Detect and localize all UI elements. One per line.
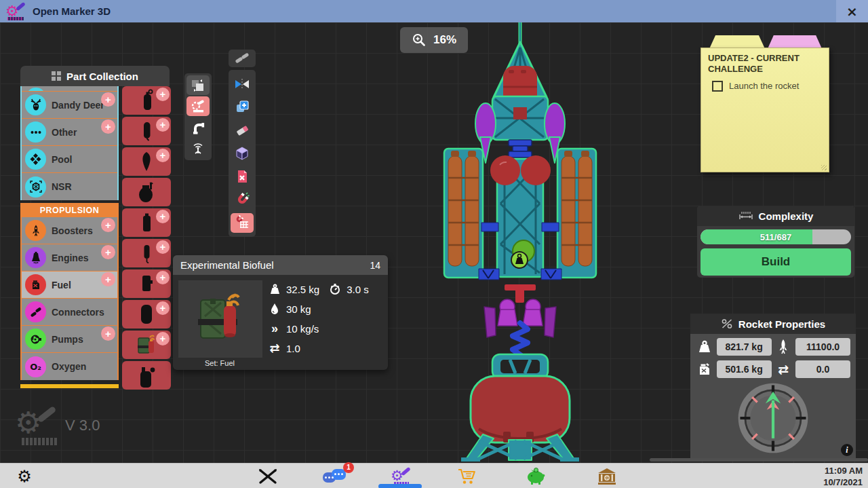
part-card-teardrop-tank[interactable]: +: [122, 147, 171, 176]
part-card-handle-tank[interactable]: [122, 361, 171, 390]
close-icon[interactable]: ×: [836, 0, 868, 22]
category-item-pumps[interactable]: Pumps +: [22, 326, 117, 353]
orientation-compass: [735, 380, 811, 456]
app-logo-icon: ⚙: [5, 3, 26, 20]
part-card-round-tank[interactable]: [122, 178, 171, 206]
info-icon[interactable]: i: [841, 444, 853, 456]
hex-scan-icon: [25, 176, 46, 198]
zoom-value: 16%: [433, 33, 456, 47]
category-item-engines[interactable]: Engines +: [22, 244, 117, 271]
connector-icon: [25, 301, 46, 322]
add-part-button[interactable]: +: [156, 271, 170, 284]
add-category-button[interactable]: +: [101, 245, 115, 259]
category-item-fuel[interactable]: Fuel +: [22, 271, 117, 299]
part-card-capsule-tank[interactable]: +: [122, 117, 171, 145]
add-category-button[interactable]: +: [101, 326, 115, 341]
rocket-model[interactable]: [417, 22, 627, 463]
add-part-button[interactable]: +: [156, 210, 170, 223]
fuel-can-icon: [696, 362, 713, 377]
marker-tool-button[interactable]: [186, 96, 210, 116]
part-mass-value: 32.5 kg: [286, 284, 319, 295]
add-part-button[interactable]: +: [156, 332, 170, 345]
category-scrollbar[interactable]: [20, 384, 119, 388]
add-category-button[interactable]: +: [101, 119, 115, 134]
mirror-icon[interactable]: [231, 75, 254, 94]
category-item-dandy-deer[interactable]: Dandy Deer +: [22, 92, 117, 119]
bank-building-icon[interactable]: [594, 464, 620, 488]
flow-rate-icon: »: [268, 322, 281, 335]
challenge-note: UPDATE2 - CURRENT CHALLENGE Launch the r…: [701, 34, 829, 174]
part-set-label: Set: Fuel: [173, 359, 267, 367]
transfer-icon: ⇄: [268, 342, 281, 354]
note-body: UPDATE2 - CURRENT CHALLENGE Launch the r…: [701, 48, 829, 172]
add-category-button[interactable]: +: [101, 218, 115, 232]
taskbar-clock[interactable]: 11:09 AM 10/7/2021: [823, 466, 863, 488]
shop-cart-icon[interactable]: [454, 464, 480, 488]
snap-grid-icon[interactable]: [231, 213, 254, 233]
flow-rate-value: 10 kg/s: [286, 323, 319, 335]
build-button[interactable]: Build: [701, 248, 851, 276]
part-card-big-tank[interactable]: +: [122, 300, 171, 329]
complexity-progress: 511/687: [701, 229, 851, 244]
cube-icon[interactable]: [231, 144, 254, 164]
horizontal-scrollbar[interactable]: [650, 458, 868, 462]
rocket-properties-title: Rocket Properties: [738, 318, 825, 330]
piggy-bank-icon[interactable]: [524, 464, 549, 488]
app-window: ⚙ Open Marker 3D × Part Collection Dandy…: [0, 0, 868, 488]
add-part-button[interactable]: +: [156, 301, 170, 315]
part-collection-header[interactable]: Part Collection: [20, 66, 170, 86]
thrust-rocket-icon: [775, 339, 793, 355]
add-part-button[interactable]: +: [156, 149, 170, 162]
task-label: Launch the rocket: [729, 81, 799, 91]
chat-icon[interactable]: 1: [321, 464, 352, 488]
add-category-button[interactable]: +: [101, 92, 115, 107]
settings-gear-icon[interactable]: ⚙: [14, 464, 35, 488]
category-item-nsr[interactable]: NSR: [22, 173, 117, 200]
zoom-indicator[interactable]: 16%: [400, 27, 468, 53]
clock-time: 11:09 AM: [823, 466, 863, 477]
pipe-tool-button[interactable]: [186, 117, 210, 137]
task-checkbox[interactable]: [712, 81, 723, 92]
add-category-button[interactable]: +: [101, 272, 115, 286]
duplicate-icon[interactable]: [231, 98, 254, 117]
part-card-canister-tank[interactable]: +: [122, 208, 171, 237]
version-watermark: ⚙ V 3.0: [15, 406, 100, 445]
category-item-other[interactable]: Other +: [22, 119, 117, 146]
category-item-pool[interactable]: Pool: [22, 146, 117, 173]
add-part-button[interactable]: +: [156, 88, 170, 101]
tooltip-title: Experimental Biofuel: [180, 259, 274, 271]
category-item-oxygen[interactable]: O₂ Oxygen: [22, 353, 117, 380]
active-app-indicator: [378, 484, 422, 488]
note-resize-handle[interactable]: [821, 165, 827, 170]
part-card-extinguisher-tank[interactable]: +: [122, 86, 171, 115]
connector-tool-button[interactable]: [229, 50, 256, 67]
note-title: UPDATE2 - CURRENT CHALLENGE: [708, 53, 822, 75]
antenna-tool-button[interactable]: [186, 138, 210, 158]
eraser-icon[interactable]: [231, 121, 254, 140]
pool-pattern-icon: [25, 149, 46, 170]
taskbar: ⚙ 1 ⚙ 11:09 AM 10/7/2021: [0, 463, 868, 488]
chat-notification-badge: 1: [343, 462, 354, 473]
part-card-box-tank[interactable]: +: [122, 269, 171, 298]
magnet-icon[interactable]: [231, 190, 254, 210]
part-tooltip: Experimental Biofuel 14 Set: Fuel 32.5 k…: [173, 255, 388, 370]
rocket-properties-panel: Rocket Properties 821.7 kg 11100.0 501.6…: [690, 314, 856, 458]
engine-icon: [25, 247, 46, 268]
category-list-top: Dandy Deer + Other + Pool NSR: [20, 86, 119, 200]
title-bar: ⚙ Open Marker 3D ×: [0, 0, 868, 22]
category-item-connectors[interactable]: Connectors: [22, 299, 117, 326]
view-toolbar: [184, 73, 212, 160]
add-part-button[interactable]: +: [156, 118, 170, 132]
part-preview-image: [178, 280, 262, 358]
swap-panels-button[interactable]: [186, 75, 210, 95]
category-item-partial[interactable]: [22, 86, 117, 92]
category-item-boosters[interactable]: Boosters +: [22, 217, 117, 244]
add-part-button[interactable]: +: [156, 240, 170, 254]
transfer-value: 1.0: [286, 343, 300, 354]
part-card-experimental-biofuel[interactable]: +: [122, 331, 171, 359]
part-card-small-capsule[interactable]: +: [122, 239, 171, 267]
fuel-mass-value: 501.6 kg: [717, 360, 772, 378]
delete-file-icon[interactable]: [231, 167, 254, 187]
battle-crossed-rockets-icon[interactable]: [254, 464, 281, 488]
width-measure-icon: [738, 211, 753, 221]
